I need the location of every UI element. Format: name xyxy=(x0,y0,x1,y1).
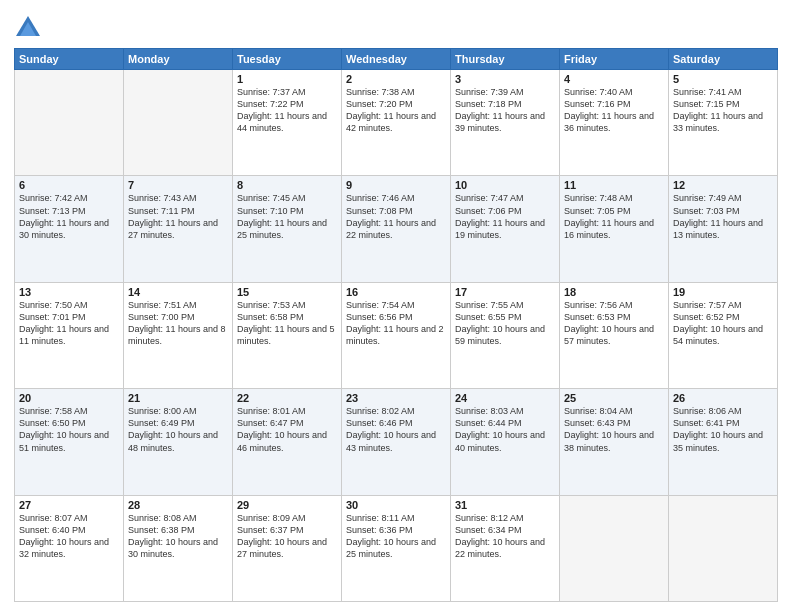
day-number: 14 xyxy=(128,286,228,298)
day-info: Sunrise: 7:37 AMSunset: 7:22 PMDaylight:… xyxy=(237,86,337,135)
day-number: 30 xyxy=(346,499,446,511)
calendar-cell xyxy=(15,70,124,176)
day-info: Sunrise: 8:02 AMSunset: 6:46 PMDaylight:… xyxy=(346,405,446,454)
calendar-week-3: 13Sunrise: 7:50 AMSunset: 7:01 PMDayligh… xyxy=(15,282,778,388)
day-info: Sunrise: 7:46 AMSunset: 7:08 PMDaylight:… xyxy=(346,192,446,241)
calendar-cell: 20Sunrise: 7:58 AMSunset: 6:50 PMDayligh… xyxy=(15,389,124,495)
day-info: Sunrise: 7:57 AMSunset: 6:52 PMDaylight:… xyxy=(673,299,773,348)
day-info: Sunrise: 7:43 AMSunset: 7:11 PMDaylight:… xyxy=(128,192,228,241)
calendar-cell: 12Sunrise: 7:49 AMSunset: 7:03 PMDayligh… xyxy=(669,176,778,282)
calendar-cell: 2Sunrise: 7:38 AMSunset: 7:20 PMDaylight… xyxy=(342,70,451,176)
day-info: Sunrise: 8:12 AMSunset: 6:34 PMDaylight:… xyxy=(455,512,555,561)
day-number: 9 xyxy=(346,179,446,191)
calendar-cell: 19Sunrise: 7:57 AMSunset: 6:52 PMDayligh… xyxy=(669,282,778,388)
day-number: 6 xyxy=(19,179,119,191)
calendar-cell: 21Sunrise: 8:00 AMSunset: 6:49 PMDayligh… xyxy=(124,389,233,495)
calendar-week-4: 20Sunrise: 7:58 AMSunset: 6:50 PMDayligh… xyxy=(15,389,778,495)
day-info: Sunrise: 7:48 AMSunset: 7:05 PMDaylight:… xyxy=(564,192,664,241)
day-number: 13 xyxy=(19,286,119,298)
day-info: Sunrise: 7:51 AMSunset: 7:00 PMDaylight:… xyxy=(128,299,228,348)
day-number: 20 xyxy=(19,392,119,404)
day-info: Sunrise: 8:09 AMSunset: 6:37 PMDaylight:… xyxy=(237,512,337,561)
calendar-header-thursday: Thursday xyxy=(451,49,560,70)
calendar-cell: 8Sunrise: 7:45 AMSunset: 7:10 PMDaylight… xyxy=(233,176,342,282)
day-number: 11 xyxy=(564,179,664,191)
day-info: Sunrise: 7:45 AMSunset: 7:10 PMDaylight:… xyxy=(237,192,337,241)
day-number: 16 xyxy=(346,286,446,298)
day-number: 15 xyxy=(237,286,337,298)
calendar-cell: 10Sunrise: 7:47 AMSunset: 7:06 PMDayligh… xyxy=(451,176,560,282)
day-info: Sunrise: 7:39 AMSunset: 7:18 PMDaylight:… xyxy=(455,86,555,135)
day-info: Sunrise: 7:38 AMSunset: 7:20 PMDaylight:… xyxy=(346,86,446,135)
calendar-cell: 31Sunrise: 8:12 AMSunset: 6:34 PMDayligh… xyxy=(451,495,560,601)
calendar-cell: 26Sunrise: 8:06 AMSunset: 6:41 PMDayligh… xyxy=(669,389,778,495)
day-number: 25 xyxy=(564,392,664,404)
day-info: Sunrise: 8:06 AMSunset: 6:41 PMDaylight:… xyxy=(673,405,773,454)
day-number: 22 xyxy=(237,392,337,404)
logo xyxy=(14,14,46,42)
calendar-cell: 5Sunrise: 7:41 AMSunset: 7:15 PMDaylight… xyxy=(669,70,778,176)
day-info: Sunrise: 7:53 AMSunset: 6:58 PMDaylight:… xyxy=(237,299,337,348)
day-info: Sunrise: 8:03 AMSunset: 6:44 PMDaylight:… xyxy=(455,405,555,454)
calendar-cell: 30Sunrise: 8:11 AMSunset: 6:36 PMDayligh… xyxy=(342,495,451,601)
day-number: 3 xyxy=(455,73,555,85)
day-info: Sunrise: 8:01 AMSunset: 6:47 PMDaylight:… xyxy=(237,405,337,454)
calendar-cell: 24Sunrise: 8:03 AMSunset: 6:44 PMDayligh… xyxy=(451,389,560,495)
calendar-cell: 16Sunrise: 7:54 AMSunset: 6:56 PMDayligh… xyxy=(342,282,451,388)
day-number: 24 xyxy=(455,392,555,404)
day-info: Sunrise: 7:42 AMSunset: 7:13 PMDaylight:… xyxy=(19,192,119,241)
day-number: 8 xyxy=(237,179,337,191)
calendar-week-1: 1Sunrise: 7:37 AMSunset: 7:22 PMDaylight… xyxy=(15,70,778,176)
day-info: Sunrise: 8:00 AMSunset: 6:49 PMDaylight:… xyxy=(128,405,228,454)
day-info: Sunrise: 7:54 AMSunset: 6:56 PMDaylight:… xyxy=(346,299,446,348)
calendar-header-row: SundayMondayTuesdayWednesdayThursdayFrid… xyxy=(15,49,778,70)
day-info: Sunrise: 8:07 AMSunset: 6:40 PMDaylight:… xyxy=(19,512,119,561)
day-number: 19 xyxy=(673,286,773,298)
day-number: 31 xyxy=(455,499,555,511)
day-number: 27 xyxy=(19,499,119,511)
day-info: Sunrise: 7:50 AMSunset: 7:01 PMDaylight:… xyxy=(19,299,119,348)
calendar-week-5: 27Sunrise: 8:07 AMSunset: 6:40 PMDayligh… xyxy=(15,495,778,601)
day-number: 4 xyxy=(564,73,664,85)
day-number: 18 xyxy=(564,286,664,298)
day-number: 12 xyxy=(673,179,773,191)
calendar-week-2: 6Sunrise: 7:42 AMSunset: 7:13 PMDaylight… xyxy=(15,176,778,282)
day-number: 28 xyxy=(128,499,228,511)
day-number: 10 xyxy=(455,179,555,191)
day-info: Sunrise: 7:49 AMSunset: 7:03 PMDaylight:… xyxy=(673,192,773,241)
day-info: Sunrise: 8:04 AMSunset: 6:43 PMDaylight:… xyxy=(564,405,664,454)
calendar-header-friday: Friday xyxy=(560,49,669,70)
calendar-cell: 7Sunrise: 7:43 AMSunset: 7:11 PMDaylight… xyxy=(124,176,233,282)
calendar-cell: 9Sunrise: 7:46 AMSunset: 7:08 PMDaylight… xyxy=(342,176,451,282)
calendar-cell: 14Sunrise: 7:51 AMSunset: 7:00 PMDayligh… xyxy=(124,282,233,388)
header xyxy=(14,10,778,42)
calendar-header-sunday: Sunday xyxy=(15,49,124,70)
day-number: 29 xyxy=(237,499,337,511)
calendar-cell: 3Sunrise: 7:39 AMSunset: 7:18 PMDaylight… xyxy=(451,70,560,176)
calendar-cell: 27Sunrise: 8:07 AMSunset: 6:40 PMDayligh… xyxy=(15,495,124,601)
day-number: 2 xyxy=(346,73,446,85)
calendar-cell xyxy=(669,495,778,601)
day-number: 17 xyxy=(455,286,555,298)
day-info: Sunrise: 8:08 AMSunset: 6:38 PMDaylight:… xyxy=(128,512,228,561)
calendar-header-tuesday: Tuesday xyxy=(233,49,342,70)
day-number: 26 xyxy=(673,392,773,404)
day-info: Sunrise: 7:55 AMSunset: 6:55 PMDaylight:… xyxy=(455,299,555,348)
logo-icon xyxy=(14,14,42,42)
calendar-cell: 25Sunrise: 8:04 AMSunset: 6:43 PMDayligh… xyxy=(560,389,669,495)
calendar-cell xyxy=(124,70,233,176)
day-info: Sunrise: 7:56 AMSunset: 6:53 PMDaylight:… xyxy=(564,299,664,348)
calendar-cell: 11Sunrise: 7:48 AMSunset: 7:05 PMDayligh… xyxy=(560,176,669,282)
calendar-header-saturday: Saturday xyxy=(669,49,778,70)
calendar-cell: 18Sunrise: 7:56 AMSunset: 6:53 PMDayligh… xyxy=(560,282,669,388)
calendar-cell xyxy=(560,495,669,601)
calendar-cell: 13Sunrise: 7:50 AMSunset: 7:01 PMDayligh… xyxy=(15,282,124,388)
calendar-header-wednesday: Wednesday xyxy=(342,49,451,70)
calendar-cell: 28Sunrise: 8:08 AMSunset: 6:38 PMDayligh… xyxy=(124,495,233,601)
calendar-cell: 17Sunrise: 7:55 AMSunset: 6:55 PMDayligh… xyxy=(451,282,560,388)
calendar-cell: 15Sunrise: 7:53 AMSunset: 6:58 PMDayligh… xyxy=(233,282,342,388)
calendar-cell: 29Sunrise: 8:09 AMSunset: 6:37 PMDayligh… xyxy=(233,495,342,601)
calendar-table: SundayMondayTuesdayWednesdayThursdayFrid… xyxy=(14,48,778,602)
day-info: Sunrise: 7:47 AMSunset: 7:06 PMDaylight:… xyxy=(455,192,555,241)
calendar-cell: 1Sunrise: 7:37 AMSunset: 7:22 PMDaylight… xyxy=(233,70,342,176)
